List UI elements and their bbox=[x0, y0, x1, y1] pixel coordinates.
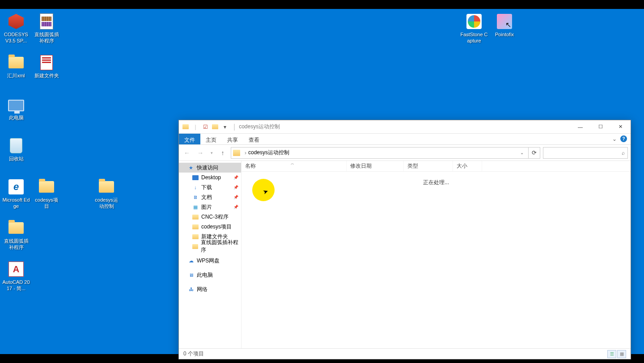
desktop-icon-new-folder[interactable]: 新建文件夹 bbox=[32, 54, 61, 79]
pc-icon bbox=[7, 96, 25, 114]
minimize-button[interactable]: — bbox=[570, 120, 590, 133]
tab-file[interactable]: 文件 bbox=[179, 134, 200, 144]
col-label: 修改日期 bbox=[350, 162, 372, 170]
address-bar[interactable]: › codesys运动控制 ⌄ bbox=[231, 147, 529, 159]
icon-label: 回收站 bbox=[2, 156, 30, 162]
breadcrumb-current[interactable]: codesys运动控制 bbox=[248, 149, 289, 156]
desktop-icon-huichuan[interactable]: 汇川xml bbox=[2, 54, 30, 79]
nav-label: Desktop bbox=[201, 174, 221, 181]
folder-icon bbox=[233, 150, 240, 156]
titlebar[interactable]: | ☑ ▾ | codesys运动控制 — ☐ ✕ bbox=[179, 120, 631, 134]
icon-label: Pointofix bbox=[490, 31, 519, 38]
properties-icon[interactable]: ☑ bbox=[201, 123, 209, 131]
col-label: 类型 bbox=[407, 162, 418, 170]
col-date[interactable]: 修改日期 bbox=[347, 161, 404, 171]
column-headers: 名称 ︿ 修改日期 类型 大小 bbox=[242, 161, 631, 172]
nav-label: 快速访问 bbox=[197, 164, 218, 172]
qat-dropdown-icon[interactable]: ▾ bbox=[221, 123, 229, 131]
nav-arc[interactable]: 直线圆弧插补程序 bbox=[179, 241, 241, 251]
nav-documents[interactable]: 🗎 文档 📌 bbox=[179, 192, 241, 202]
desktop-icon-autocad[interactable]: A AutoCAD 2017 - 简... bbox=[2, 260, 30, 292]
desktop-icon-codesys-sp[interactable]: CODESYS V3.5 SP... bbox=[2, 13, 30, 44]
ribbon-tabs: 文件 主页 共享 查看 ⌄ ? bbox=[179, 134, 631, 145]
folder-icon bbox=[38, 178, 55, 196]
maximize-button[interactable]: ☐ bbox=[590, 120, 610, 133]
nav-label: 下载 bbox=[201, 184, 212, 191]
folder-icon bbox=[97, 178, 115, 196]
search-input[interactable]: ⌕ bbox=[543, 147, 628, 159]
refresh-button[interactable]: ⟳ bbox=[529, 147, 540, 159]
nav-wps[interactable]: ☁ WPS网盘 bbox=[179, 256, 241, 266]
folder-icon bbox=[192, 215, 199, 219]
nav-label: 直线圆弧插补程序 bbox=[201, 239, 241, 254]
nav-label: 图片 bbox=[201, 203, 212, 211]
nav-up-button[interactable]: ↑ bbox=[217, 148, 228, 158]
sort-indicator-icon: ︿ bbox=[291, 161, 294, 166]
tab-home[interactable]: 主页 bbox=[200, 134, 222, 144]
folder-icon[interactable] bbox=[211, 123, 219, 131]
explorer-window: | ☑ ▾ | codesys运动控制 — ☐ ✕ 文件 主页 共享 查看 ⌄ … bbox=[178, 120, 631, 359]
recycle-bin-icon bbox=[7, 137, 25, 155]
help-icon[interactable]: ? bbox=[620, 135, 627, 142]
desktop-icon-codesys-proj[interactable]: codesys项目 bbox=[32, 178, 61, 210]
pin-icon: 📌 bbox=[233, 185, 238, 190]
view-large-button[interactable]: ▦ bbox=[617, 350, 626, 358]
document-icon bbox=[38, 54, 55, 72]
folder-icon bbox=[192, 224, 199, 229]
col-size[interactable]: 大小 bbox=[453, 161, 482, 171]
desktop-icon-pointofix[interactable]: Pointofix bbox=[490, 13, 519, 38]
nav-label: WPS网盘 bbox=[197, 257, 220, 265]
download-icon: ↓ bbox=[192, 184, 199, 190]
col-type[interactable]: 类型 bbox=[404, 161, 453, 171]
folder-icon bbox=[182, 123, 190, 131]
nav-codesys-proj[interactable]: codesys项目 bbox=[179, 222, 241, 232]
nav-recent-dropdown[interactable]: ▾ bbox=[208, 148, 215, 158]
address-dropdown-icon[interactable]: ⌄ bbox=[517, 150, 526, 155]
icon-label: codesys项目 bbox=[32, 197, 61, 210]
nav-this-pc[interactable]: 🖥 此电脑 bbox=[179, 270, 241, 280]
desktop-icon-edge[interactable]: e Microsoft Edge bbox=[2, 178, 30, 210]
pictures-icon: ▦ bbox=[192, 204, 199, 210]
navigation-pane[interactable]: ★ 快速访问 Desktop 📌 ↓ 下载 📌 🗎 文档 📌 bbox=[179, 161, 242, 348]
window-title: codesys运动控制 bbox=[237, 123, 570, 131]
nav-quick-access[interactable]: ★ 快速访问 bbox=[179, 163, 241, 173]
pointofix-icon bbox=[496, 13, 513, 30]
tab-view[interactable]: 查看 bbox=[243, 134, 265, 144]
pin-icon: 📌 bbox=[233, 195, 238, 199]
desktop[interactable]: CODESYS V3.5 SP... 直线圆弧插补程序 汇川xml 新建文件夹 … bbox=[0, 9, 644, 354]
icon-label: 直线圆弧插补程序 bbox=[32, 31, 61, 44]
icon-label: codesys运动控制 bbox=[92, 197, 121, 210]
cube-icon bbox=[7, 13, 25, 30]
nav-label: codesys项目 bbox=[201, 223, 232, 231]
view-details-button[interactable]: ☰ bbox=[607, 350, 616, 358]
nav-forward-button[interactable]: → bbox=[195, 148, 206, 158]
file-list-area[interactable]: 名称 ︿ 修改日期 类型 大小 正在处理... ➤ bbox=[242, 161, 631, 348]
desktop-icon-arc-prog2[interactable]: 直线圆弧插补程序 bbox=[2, 219, 30, 251]
network-icon: 🖧 bbox=[188, 286, 194, 292]
desktop-icon-this-pc[interactable]: 此电脑 bbox=[2, 96, 30, 121]
desktop-icon-codesys-motion[interactable]: codesys运动控制 bbox=[92, 178, 121, 210]
desktop-icon-arc-prog[interactable]: 直线圆弧插补程序 bbox=[32, 13, 61, 44]
tab-share[interactable]: 共享 bbox=[222, 134, 243, 144]
nav-downloads[interactable]: ↓ 下载 📌 bbox=[179, 182, 241, 192]
nav-network[interactable]: 🖧 网络 bbox=[179, 284, 241, 294]
pc-icon: 🖥 bbox=[188, 272, 194, 278]
nav-pictures[interactable]: ▦ 图片 📌 bbox=[179, 202, 241, 212]
col-name[interactable]: 名称 ︿ bbox=[242, 161, 347, 171]
faststone-icon bbox=[465, 13, 483, 30]
item-count: 0 个项目 bbox=[183, 350, 204, 358]
icon-label: 直线圆弧插补程序 bbox=[2, 238, 30, 251]
desktop-icon-recycle[interactable]: 回收站 bbox=[2, 137, 30, 162]
nav-desktop[interactable]: Desktop 📌 bbox=[179, 173, 241, 182]
edge-icon: e bbox=[7, 178, 25, 196]
close-button[interactable]: ✕ bbox=[610, 120, 631, 133]
nav-cnc[interactable]: CNC-3程序 bbox=[179, 212, 241, 222]
icon-label: FastStone Capture bbox=[460, 31, 488, 44]
nav-back-button[interactable]: ← bbox=[182, 148, 192, 158]
icon-label: CODESYS V3.5 SP... bbox=[2, 31, 30, 44]
ribbon-expand-icon[interactable]: ⌄ bbox=[612, 136, 617, 142]
desktop-icon-faststone[interactable]: FastStone Capture bbox=[460, 13, 488, 44]
nav-label: 文档 bbox=[201, 194, 212, 201]
address-bar-row: ← → ▾ ↑ › codesys运动控制 ⌄ ⟳ ⌕ bbox=[179, 145, 631, 161]
icon-label: 此电脑 bbox=[2, 114, 30, 121]
